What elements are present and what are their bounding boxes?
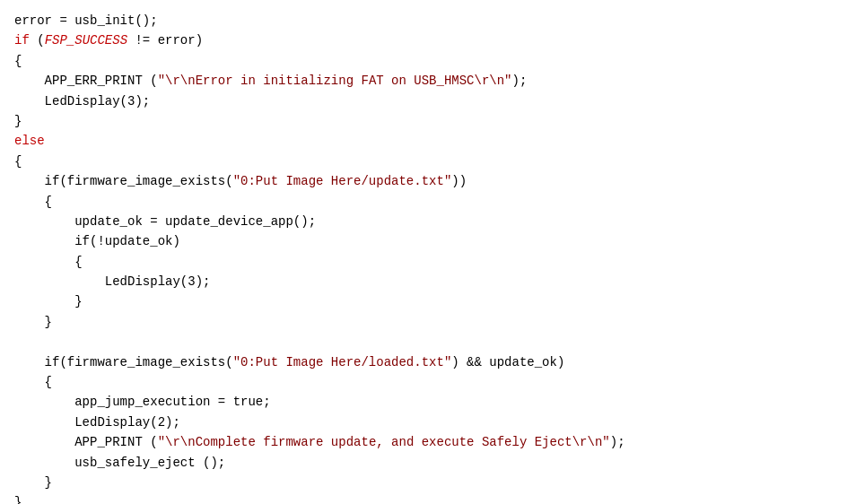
code-line-23: usb_safely_eject (); [14, 453, 833, 473]
code-line-5: LedDisplay(3); [14, 91, 833, 111]
code-text: ) && update_ok) [451, 355, 564, 369]
code-text: LedDisplay(3); [14, 94, 150, 109]
code-line-16: } [14, 312, 833, 332]
code-line-14: LedDisplay(3); [14, 272, 833, 291]
code-text: update_ok = update_device_app(); [14, 214, 316, 229]
code-line-11: update_ok = update_device_app(); [14, 212, 833, 231]
code-line-17 [14, 332, 833, 352]
code-line-1: error = usb_init(); [14, 11, 833, 30]
code-line-22: APP_PRINT ("\r\nComplete firmware update… [14, 432, 833, 452]
code-text: { [14, 195, 52, 209]
code-line-12: if(!update_ok) [14, 231, 833, 251]
code-text: ); [512, 74, 528, 88]
code-text: { [14, 375, 52, 389]
code-text: LedDisplay(2); [14, 415, 180, 430]
code-text: } [14, 475, 52, 490]
code-line-9: if(firmware_image_exists("0:Put Image He… [14, 171, 833, 191]
code-text: } [14, 294, 83, 308]
code-text: { [14, 154, 22, 169]
code-text: if(firmware_image_exists( [14, 174, 233, 188]
code-line-24: } [14, 473, 833, 492]
string-literal: "0:Put Image Here/loaded.txt" [233, 355, 452, 369]
code-text [14, 335, 22, 349]
string-literal: "\r\nComplete firmware update, and execu… [158, 435, 610, 449]
code-text: ); [610, 435, 625, 449]
code-text: } [14, 315, 52, 329]
code-line-10: { [14, 192, 833, 212]
code-text: APP_ERR_PRINT ( [14, 74, 158, 88]
code-text: } [14, 495, 22, 504]
code-line-6: } [14, 111, 833, 131]
code-line-7: else [14, 131, 833, 151]
code-text: { [14, 54, 22, 68]
code-line-13: { [14, 252, 833, 272]
code-line-2: if (FSP_SUCCESS != error) [14, 30, 833, 50]
code-line-3: { [14, 51, 833, 71]
code-text: app_jump_execution = true; [14, 395, 271, 409]
code-text: } [14, 114, 22, 128]
code-line-21: LedDisplay(2); [14, 413, 833, 432]
code-text: error = usb_init(); [14, 13, 158, 28]
code-text: LedDisplay(3); [14, 274, 210, 289]
code-line-20: app_jump_execution = true; [14, 392, 833, 412]
string-literal: "0:Put Image Here/update.txt" [233, 174, 452, 188]
code-line-4: APP_ERR_PRINT ("\r\nError in initializin… [14, 71, 833, 91]
code-text: if(firmware_image_exists( [14, 355, 233, 369]
string-literal: "\r\nError in initializing FAT on USB_HM… [158, 74, 512, 88]
code-line-15: } [14, 291, 833, 311]
code-text: != error) [127, 33, 203, 48]
code-container: error = usb_init(); if (FSP_SUCCESS != e… [0, 0, 847, 504]
keyword-fsp: FSP_SUCCESS [45, 33, 127, 48]
code-line-25: } [14, 492, 833, 504]
code-line-19: { [14, 372, 833, 392]
code-text: usb_safely_eject (); [14, 456, 225, 470]
code-text: ( [30, 33, 45, 48]
keyword-else: else [14, 134, 45, 148]
code-line-18: if(firmware_image_exists("0:Put Image He… [14, 352, 833, 372]
code-text: { [14, 255, 83, 269]
code-text: APP_PRINT ( [14, 435, 158, 449]
code-text: if(!update_ok) [14, 234, 180, 248]
keyword-if: if [14, 33, 30, 48]
code-text: )) [451, 174, 467, 188]
code-line-8: { [14, 152, 833, 171]
